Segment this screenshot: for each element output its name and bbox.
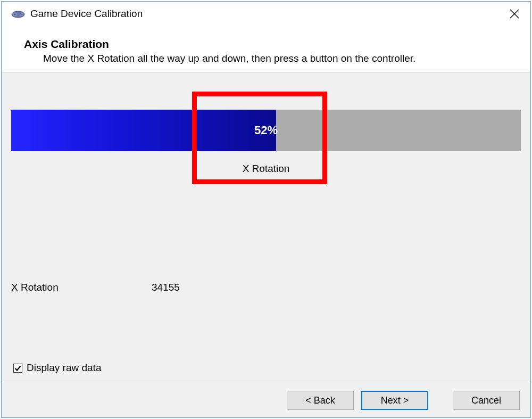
svg-point-5 [20,13,21,14]
svg-rect-4 [14,14,15,15]
axis-name-label: X Rotation [11,163,521,175]
axis-progress-fill [11,110,276,151]
svg-point-6 [21,14,22,15]
page-description: Move the X Rotation all the way up and d… [43,53,514,64]
cancel-button[interactable]: Cancel [453,391,520,410]
axis-progress-bar: 52% [11,110,521,151]
svg-point-2 [20,13,23,17]
footer-divider [2,381,530,381]
raw-data-value: 34155 [152,282,180,293]
button-row: < Back Next > Cancel [287,391,520,410]
raw-data-label: X Rotation [11,282,152,293]
progress-container: 52% X Rotation [11,110,521,175]
titlebar: Game Device Calibration [2,2,530,26]
content-area: Axis Calibration Move the X Rotation all… [2,26,530,417]
checkmark-icon [14,365,21,372]
window-title: Game Device Calibration [30,8,503,20]
close-icon [509,9,520,19]
dialog-window: Game Device Calibration Axis Calibration… [1,1,531,418]
back-button[interactable]: < Back [287,391,354,410]
next-button[interactable]: Next > [361,391,428,410]
display-raw-data-checkbox[interactable]: Display raw data [13,362,101,374]
page-title: Axis Calibration [24,38,514,51]
raw-data-row: X Rotation 34155 [11,282,180,293]
checkbox-box [13,364,22,373]
checkbox-label: Display raw data [27,362,101,374]
gamepad-icon [11,9,25,19]
close-button[interactable] [503,4,526,23]
header-block: Axis Calibration Move the X Rotation all… [2,26,530,72]
axis-progress-percent: 52% [254,124,278,137]
